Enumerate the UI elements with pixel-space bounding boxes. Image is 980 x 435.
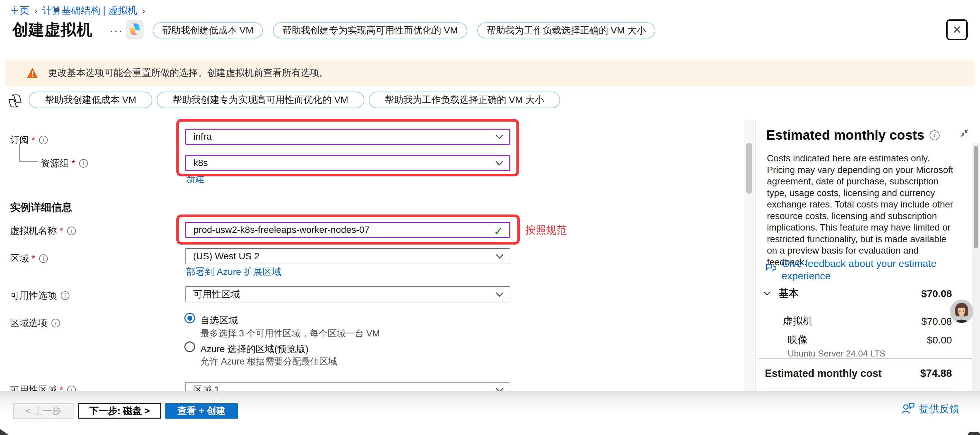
resource-group-label: 资源组 * i: [41, 157, 88, 170]
more-options-button[interactable]: ···: [110, 24, 123, 37]
footer-bar: < 上一步 下一步: 磁盘 > 查看 + 创建 提供反馈: [0, 391, 980, 435]
warning-icon: [26, 67, 39, 79]
close-button[interactable]: ✕: [946, 19, 968, 40]
close-icon: ✕: [952, 23, 962, 37]
copilot-button[interactable]: [126, 20, 144, 40]
suggestion-high-availability-vm-button[interactable]: 帮助我创建专为实现高可用性而优化的 VM: [157, 92, 364, 108]
required-mark: *: [59, 384, 63, 391]
cost-panel-description: Costs indicated here are estimates only.…: [767, 153, 954, 268]
vm-name-annotation-text: 按照规范: [525, 223, 567, 237]
region-label: 区域 * i: [10, 252, 48, 265]
availability-zone-label: 可用性区域 * i: [10, 384, 76, 391]
cost-item-row: 虚拟机 $70.08: [783, 314, 952, 328]
info-icon[interactable]: i: [929, 130, 940, 140]
instance-details-section-title: 实例详细信息: [10, 201, 72, 215]
form-scrollbar-track[interactable]: [744, 120, 754, 391]
self-selected-zones-radio[interactable]: [185, 313, 195, 323]
background-window-corner: [968, 432, 980, 435]
cost-item-detail: Ubuntu Server 24.04 LTS: [788, 349, 886, 359]
previous-step-button[interactable]: < 上一步: [13, 403, 73, 419]
required-mark: *: [72, 158, 75, 169]
required-mark: *: [32, 253, 35, 264]
cost-group-row[interactable]: 基本 $70.08: [765, 287, 952, 300]
divider: [765, 389, 951, 389]
region-dropdown[interactable]: (US) West US 2: [185, 248, 511, 264]
info-icon[interactable]: i: [39, 254, 48, 263]
cost-item-name: 虚拟机: [783, 314, 813, 328]
cost-item-name: 映像: [788, 333, 808, 347]
azure-selected-zones-radio-label[interactable]: Azure 选择的区域(预览版): [200, 343, 309, 355]
info-icon[interactable]: i: [67, 226, 76, 235]
breadcrumb-separator-icon: ›: [142, 5, 145, 16]
total-cost-row: Estimated monthly cost $74.88: [765, 368, 952, 379]
info-icon[interactable]: i: [39, 135, 48, 144]
availability-zone-row-clipped: 可用性区域 * i 区域 1: [0, 381, 754, 391]
vm-name-label: 虚拟机名称 * i: [10, 225, 76, 237]
breadcrumb-separator-icon: ›: [34, 5, 37, 16]
availability-options-dropdown[interactable]: 可用性区域: [185, 286, 511, 302]
assistant-avatar[interactable]: [950, 300, 974, 323]
total-cost-label: Estimated monthly cost: [765, 368, 882, 379]
collapse-panel-button[interactable]: [960, 128, 969, 139]
deploy-edge-zone-link[interactable]: 部署到 Azure 扩展区域: [186, 266, 281, 278]
total-cost-amount: $74.88: [920, 368, 952, 379]
azure-selected-zones-radio-desc: 允许 Azure 根据需要分配最佳区域: [200, 355, 337, 368]
suggestion-high-availability-vm-button[interactable]: 帮助我创建专为实现高可用性而优化的 VM: [273, 22, 467, 38]
availability-options-label: 可用性选项 i: [10, 289, 70, 302]
create-vm-page: { "colors": { "accent_purple": "#8d28b8"…: [0, 0, 980, 435]
cost-panel-title: Estimated monthly costs i: [766, 127, 940, 143]
required-mark: *: [32, 135, 35, 145]
chevron-down-icon: [496, 251, 504, 259]
info-icon[interactable]: i: [79, 159, 88, 168]
cost-group-name: 基本: [779, 287, 799, 300]
estimated-costs-panel: Estimated monthly costs i Costs indicate…: [755, 120, 980, 435]
availability-zone-dropdown[interactable]: 区域 1: [185, 382, 511, 391]
person-feedback-icon: [901, 402, 915, 416]
suggestion-low-cost-vm-button[interactable]: 帮助我创建低成本 VM: [153, 22, 263, 38]
valid-check-icon: ✓: [494, 225, 503, 238]
cost-item-amount: $70.08: [921, 316, 952, 327]
chevron-down-icon: [496, 289, 504, 297]
info-icon[interactable]: i: [51, 319, 60, 327]
self-selected-zones-radio-label[interactable]: 自选区域: [200, 314, 238, 327]
copilot-suggestion-bar: 帮助我创建低成本 VM 帮助我创建专为实现高可用性而优化的 VM 帮助我为工作负…: [29, 92, 560, 108]
zone-options-label: 区域选项 i: [10, 317, 60, 330]
suggestion-right-vm-size-button[interactable]: 帮助我为工作负载选择正确的 VM 大小: [477, 22, 655, 38]
estimate-feedback-link[interactable]: Give feedback about your estimate experi…: [765, 257, 952, 282]
review-create-button[interactable]: 查看 + 创建: [165, 403, 238, 419]
cost-item-amount: $0.00: [927, 335, 952, 346]
breadcrumb-section-link[interactable]: 计算基础结构 | 虚拟机: [42, 4, 137, 18]
chevron-down-icon: [496, 132, 503, 139]
copilot-outline-icon: [7, 93, 23, 110]
chevron-down-icon: [764, 289, 770, 295]
copilot-icon: [127, 22, 142, 38]
warning-banner: 更改基本选项可能会重置所做的选择。创建虚拟机前查看所有选项。: [5, 59, 975, 86]
vm-name-input[interactable]: [185, 222, 511, 238]
header-copilot-suggestions: 帮助我创建低成本 VM 帮助我创建专为实现高可用性而优化的 VM 帮助我为工作负…: [153, 22, 655, 38]
cost-group-amount: $70.08: [921, 288, 952, 300]
feedback-bubbles-icon: [765, 262, 777, 282]
chevron-down-icon: [496, 385, 504, 391]
suggestion-right-vm-size-button[interactable]: 帮助我为工作负载选择正确的 VM 大小: [369, 92, 560, 108]
divider: [759, 358, 972, 359]
give-feedback-link[interactable]: 提供反馈: [901, 402, 959, 416]
info-icon[interactable]: i: [67, 386, 76, 391]
panel-scrollbar-thumb[interactable]: [974, 146, 978, 248]
suggestion-low-cost-vm-button[interactable]: 帮助我创建低成本 VM: [29, 92, 152, 108]
resource-group-dropdown[interactable]: k8s: [185, 155, 511, 171]
chevron-down-icon: [496, 158, 503, 166]
required-mark: *: [59, 226, 63, 236]
avatar-image: [950, 300, 973, 323]
create-new-resource-group-link[interactable]: 新建: [186, 172, 205, 185]
page-title: 创建虚拟机: [12, 19, 92, 40]
breadcrumb-home-link[interactable]: 主页: [10, 4, 29, 18]
subscription-dropdown[interactable]: infra: [185, 129, 511, 145]
azure-selected-zones-radio[interactable]: [185, 341, 195, 352]
tree-connector: [19, 144, 38, 162]
breadcrumb: 主页 › 计算基础结构 | 虚拟机 ›: [10, 4, 150, 18]
info-icon[interactable]: i: [61, 292, 70, 300]
cost-item-row: 映像 $0.00: [788, 333, 952, 347]
form-scrollbar-thumb[interactable]: [746, 143, 752, 194]
next-step-disks-button[interactable]: 下一步: 磁盘 >: [78, 403, 161, 419]
warning-banner-text: 更改基本选项可能会重置所做的选择。创建虚拟机前查看所有选项。: [48, 67, 329, 79]
